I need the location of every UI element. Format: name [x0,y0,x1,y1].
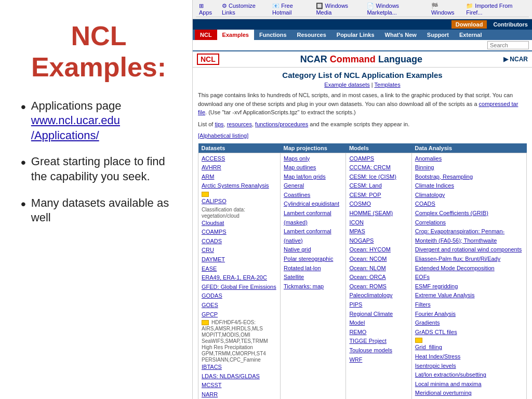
resources-link[interactable]: resources [227,121,252,127]
analysis-filters[interactable]: Filters [415,300,523,310]
analysis-extreme[interactable]: Extreme Value Analysis [415,291,523,300]
analysis-bootstrap[interactable]: Bootstrap, Resampling [415,172,523,182]
nav-tab-whatsnew[interactable]: What's New [380,30,422,40]
map-outlines[interactable]: Map outlines [284,163,342,172]
map-cylindrical[interactable]: Cylindrical equidistant [284,200,342,209]
map-polar[interactable]: Polar stereographic [284,255,342,264]
nav-tab-functions[interactable]: Functions [254,30,292,40]
model-hycom[interactable]: Ocean: HYCOM [349,245,408,255]
templates-link[interactable]: Templates [375,82,401,88]
analysis-climatology[interactable]: Climatology [415,191,523,200]
dataset-godas[interactable]: GODAS [202,291,277,301]
map-satellite[interactable]: Satellite [284,273,342,282]
analysis-climate-indices[interactable]: Climate Indices [415,181,523,191]
dataset-gfed[interactable]: GFED: Global Fire Emissions [202,283,277,292]
model-mpas[interactable]: MPAS [349,227,408,236]
nav-tab-support[interactable]: Support [422,30,454,40]
model-nlom[interactable]: Ocean: NLOM [349,264,408,273]
dataset-cloudsat[interactable]: Cloudsat [202,219,277,228]
dataset-cru[interactable]: CRU [202,246,277,255]
analysis-heat[interactable]: Heat Index/Stress [415,352,523,362]
model-cesm-land[interactable]: CESM: Land [349,181,408,191]
map-native[interactable]: Native grid [284,245,342,255]
nav-tab-resources[interactable]: Resources [292,30,331,40]
model-remo[interactable]: REMO [349,328,408,337]
analysis-binning[interactable]: Binning [415,163,523,172]
dataset-arm[interactable]: ARM [202,172,277,182]
model-cosmo[interactable]: COSMO [349,200,408,209]
bookmark-apps[interactable]: ⊞ Apps [199,3,217,16]
nav-tab-popular[interactable]: Popular Links [331,30,380,40]
analysis-coads[interactable]: COADS [415,200,523,209]
functions-link[interactable]: functions/procedures [255,121,308,127]
model-toulouse[interactable]: Toulouse models [349,346,408,355]
map-rotated[interactable]: Rotated lat-lon [284,264,342,273]
map-lambert-masked[interactable]: Lambert conformal (masked) [284,209,342,227]
dataset-ibtacs[interactable]: IBTACS [202,363,277,372]
analysis-grid-filling[interactable]: Grid_filling [415,343,523,352]
model-paleoclim[interactable]: Paleoclimatology [349,291,408,300]
analysis-grads[interactable]: GrADS CTL files [415,328,523,337]
model-pips[interactable]: PIPS [349,300,408,310]
model-coamps[interactable]: COAMPS [349,154,408,164]
analysis-eliassen[interactable]: Eliassen-Palm flux; Brunt/Ri/Eady [415,255,523,264]
tips-link[interactable]: tips [215,121,223,127]
example-datasets-link[interactable]: Example datasets [324,82,369,88]
bookmark-marketplace[interactable]: 📄 Windows Marketpla... [367,3,426,16]
analysis-isentropic[interactable]: Isentropic levels [415,362,523,371]
model-ncom[interactable]: Ocean: NCOM [349,255,408,264]
dataset-avhrr[interactable]: AVHRR [202,163,277,172]
dataset-ldas[interactable]: LDAS: NLDAS/GLDAS [202,372,277,381]
nav-tab-external[interactable]: External [454,30,487,40]
analysis-correlations[interactable]: Correlations [415,218,523,228]
analysis-crop[interactable]: Crop: Evapotranspiration: Penman-Monteit… [415,227,523,245]
analysis-extended[interactable]: Extended Mode Decomposition [415,264,523,273]
model-homme[interactable]: HOMME (SEAM) [349,209,408,218]
model-orca[interactable]: Ocean: ORCA [349,273,408,282]
model-cccma[interactable]: CCCMA: CRCM [349,163,408,172]
model-regional[interactable]: Regional Climate Model [349,310,408,328]
model-cesm-pop[interactable]: CESM: POP [349,191,408,200]
model-roms[interactable]: Ocean: ROMS [349,282,408,291]
map-lambert-native[interactable]: Lambert conformal (native) [284,227,342,245]
model-icon[interactable]: ICON [349,218,408,228]
model-cesm-ice[interactable]: CESM: Ice (CISM) [349,172,408,182]
nav-tab-ncl[interactable]: NCL [195,30,217,40]
bookmark-imported[interactable]: 📁 Imported From Firef... [466,3,526,16]
bookmark-media[interactable]: 🔲 Windows Media [316,3,362,16]
dataset-era[interactable]: ERA49, ERA-1, ERA-20C [202,273,277,283]
dataset-gpcp[interactable]: GPCP [202,310,277,320]
bookmark-hotmail[interactable]: 📧 Free Hotmail [272,3,311,16]
compressed-tar-link[interactable]: compressed tar file [198,101,518,116]
map-coastlines[interactable]: Coastlines [284,191,342,200]
analysis-eofs[interactable]: EOFs [415,273,523,282]
nav-tab-examples[interactable]: Examples [217,30,254,40]
dataset-narr[interactable]: NARR [202,390,277,399]
model-wrf[interactable]: WRF [349,355,408,365]
bookmark-customize[interactable]: ⚙ Customize Links [222,3,267,16]
analysis-complex[interactable]: Complex Coefficients (GRIB) [415,209,523,218]
map-general[interactable]: General [284,181,342,191]
dataset-calipso[interactable]: CALIPSO [202,197,277,206]
dataset-coamps[interactable]: COAMPS [202,228,277,237]
download-link[interactable]: Download [451,20,487,29]
map-latlon[interactable]: Map lat/lon grids [284,172,342,182]
dataset-mcsst[interactable]: MCSST [202,381,277,390]
model-nogaps[interactable]: NOGAPS [349,236,408,246]
dataset-daymet[interactable]: DAYMET [202,255,277,264]
model-tigge[interactable]: TIGGE Project [349,337,408,346]
dataset-arctic[interactable]: Arctic Systems Reanalysis [202,181,277,191]
analysis-divergent[interactable]: Divergent and rotational wind components [415,245,523,255]
analysis-fourier[interactable]: Fourier Analysis [415,310,523,319]
ncl-link[interactable]: www.ncl.ucar.edu/Applications/ [31,114,120,142]
dataset-ease[interactable]: EASE [202,264,277,274]
map-mapsonly[interactable]: Maps only [284,154,342,164]
analysis-gradients[interactable]: Gradients [415,318,523,328]
dataset-access[interactable]: ACCESS [202,154,277,164]
dataset-goes[interactable]: GOES [202,301,277,310]
alphabetical-link[interactable]: [Alphabetical listing] [198,132,248,139]
analysis-esmf[interactable]: ESMF regridding [415,282,523,291]
map-tickmarks[interactable]: Tickmarks: map [284,282,342,291]
analysis-latlon[interactable]: Lat/lon extraction/subsetting [415,370,523,380]
analysis-meridional[interactable]: Meridional overturning [415,389,523,398]
